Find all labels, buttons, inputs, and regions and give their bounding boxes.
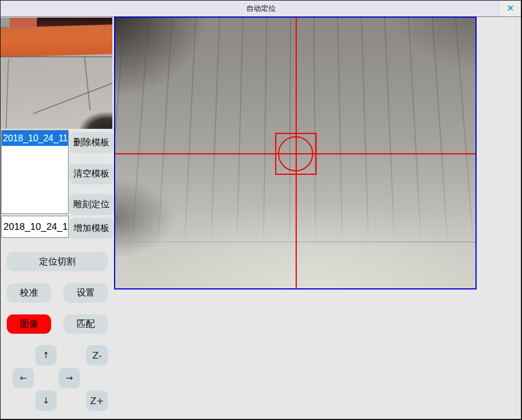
down-arrow-icon: ↓ [43,396,50,406]
settings-button[interactable]: 设置 [64,283,108,303]
up-arrow-icon: ↑ [43,350,50,360]
delete-template-button[interactable]: 删除模板 [69,132,113,153]
ceiling-slat-line [337,18,343,243]
template-preview-image [1,18,112,129]
ceiling-slat-line [158,18,172,242]
thumb-tile-line [84,57,91,111]
ceiling-slat-line [455,18,474,242]
auto-position-dialog: 自动定位 ✕ 2018_10_24_11 删除模板 清空模板 雕刻定位 增加模板… [0,0,522,420]
right-arrow-icon: → [66,373,73,383]
left-arrow-icon: ← [20,373,27,383]
jog-right-button[interactable]: → [58,368,80,388]
thumb-orange-chip [10,18,37,27]
engrave-position-button[interactable]: 雕刻定位 [69,194,113,215]
ceiling-slat-line [184,18,196,243]
ceiling-slat-line [361,18,369,243]
ceiling-slat-line [432,18,448,242]
clear-templates-button[interactable]: 清空模板 [69,163,113,184]
camera-feed [115,18,475,288]
add-template-button[interactable]: 增加模板 [69,218,113,239]
jog-down-button[interactable]: ↓ [35,390,57,411]
jog-left-button[interactable]: ← [12,368,34,388]
thumb-tile-line [33,82,112,114]
thumb-grey-chip [1,18,10,27]
ceiling-slat-line [115,18,125,242]
ceiling-slat-line [289,18,291,243]
close-button[interactable]: ✕ [499,1,521,16]
thumb-tile-line [1,56,112,57]
dialog-title: 自动定位 [1,1,521,16]
template-name-input[interactable] [1,216,69,238]
thumb-dark-object [79,112,112,129]
ceiling-slat-line [211,18,220,243]
title-bar: 自动定位 ✕ [1,1,521,17]
close-icon: ✕ [507,4,514,13]
template-list-item[interactable]: 2018_10_24_11 [2,131,68,146]
jog-z-minus-button[interactable]: Z- [86,345,108,366]
ceiling-slat-line [408,18,422,242]
image-button[interactable]: 图像 [7,314,51,334]
match-button[interactable]: 匹配 [64,314,108,334]
ceiling-slat-line [384,18,395,243]
position-cut-button[interactable]: 定位切割 [7,252,108,271]
ceiling-slat-line [237,18,243,243]
jog-z-plus-button[interactable]: Z+ [86,390,108,411]
ceiling-slat-line [263,18,267,243]
camera-view[interactable] [114,16,477,289]
thumb-orange-board [1,24,112,57]
calibrate-button[interactable]: 校准 [7,283,51,303]
template-list[interactable]: 2018_10_24_11 [1,130,69,214]
roi-circle [278,136,313,171]
ceiling-slat-line [313,18,316,243]
ceiling-slat-line [132,18,149,242]
jog-up-button[interactable]: ↑ [35,345,57,366]
thumb-tile-line [6,59,9,129]
